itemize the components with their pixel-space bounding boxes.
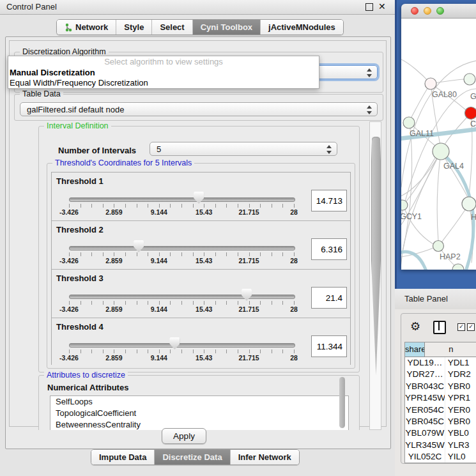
table-data-combobox[interactable]: galFiltered.sif default node	[20, 102, 378, 116]
threshold-row: Threshold 1 -3.4262.8599.14415.4321.7152…	[52, 173, 350, 221]
network-node[interactable]	[462, 197, 476, 211]
slider-thumb[interactable]	[169, 337, 180, 349]
network-node[interactable]	[425, 78, 436, 89]
threshold-row: Threshold 3 -3.4262.8599.14415.4321.7152…	[52, 270, 350, 318]
tab-jactivemnodules[interactable]: jActiveMNodules	[260, 20, 343, 35]
checkbox-checked-icon[interactable]: ✓	[467, 323, 475, 331]
table-row[interactable]: YDL19…YDL1	[405, 357, 476, 369]
table-row[interactable]: YER054CYER0	[405, 404, 476, 416]
table-data-group: Table Data galFiltered.sif default node	[14, 94, 383, 121]
tab-style[interactable]: Style	[116, 20, 151, 35]
num-intervals-combobox[interactable]: 5	[150, 142, 337, 156]
attributes-list-scrollbar[interactable]	[339, 377, 345, 428]
numerical-attributes-list[interactable]: SelfLoopsTopologicalCoefficientBetweenne…	[50, 395, 349, 430]
table-row[interactable]: YDR27…YDR2	[405, 369, 476, 380]
table-cell[interactable]: YPR1	[445, 392, 476, 404]
table-row[interactable]: YBR043CYBR0	[405, 381, 476, 392]
scrollbar-thumb[interactable]	[371, 137, 381, 375]
attribute-list-item[interactable]: SelfLoops	[50, 396, 348, 408]
tab-network-label: Network	[75, 22, 108, 32]
table-cell[interactable]: YBR0	[445, 416, 476, 427]
slider-track[interactable]	[69, 343, 295, 348]
table-row[interactable]: YBL079WYBL0	[405, 427, 476, 439]
threshold-value-field[interactable]: 6.316	[311, 238, 347, 260]
table-cell[interactable]: YDL1	[445, 357, 476, 369]
tick-label: 21.715	[239, 208, 259, 216]
network-edge[interactable]	[403, 158, 435, 205]
slider-ticks	[69, 252, 295, 256]
slider-thumb[interactable]	[134, 240, 144, 252]
close-icon[interactable]: ✕	[378, 1, 386, 12]
network-edge[interactable]	[437, 151, 441, 241]
column-header-shared-name[interactable]: shared…	[405, 342, 425, 357]
gear-icon[interactable]: ⚙	[410, 319, 420, 334]
slider-thumb[interactable]	[194, 192, 204, 204]
combo-arrows-icon	[326, 145, 332, 154]
table-cell[interactable]: YIL0	[445, 451, 476, 463]
threshold-value-field[interactable]: 14.713	[311, 190, 347, 211]
attributes-group: Attributes to discretize Numerical Attri…	[38, 375, 360, 430]
slider-track[interactable]	[69, 246, 295, 250]
tab-discretize-data[interactable]: Discretize Data	[154, 450, 229, 464]
table-cell[interactable]: YBL0	[445, 427, 476, 439]
tick-label: 15.43	[196, 354, 212, 362]
table-cell[interactable]: YIL052C	[405, 451, 445, 463]
network-node-label: GAL11	[410, 129, 434, 138]
tab-network[interactable]: Network	[57, 20, 116, 35]
close-traffic-light-icon[interactable]	[411, 7, 418, 15]
settings-vertical-scrollbar[interactable]	[369, 121, 381, 430]
network-node[interactable]	[433, 143, 449, 160]
table-cell[interactable]: YER0	[445, 404, 476, 416]
network-edge[interactable]	[410, 84, 431, 119]
network-node-label: GA	[470, 92, 476, 101]
network-node[interactable]	[465, 107, 476, 119]
table-cell[interactable]: YBR043C	[405, 381, 445, 392]
table-cell[interactable]: YER054C	[405, 404, 445, 416]
network-node-label: GAL4	[443, 162, 464, 171]
checkbox-checked-icon[interactable]: ✓	[457, 323, 465, 331]
attribute-list-item[interactable]: TopologicalCoefficient	[50, 408, 348, 419]
table-row[interactable]: YPR145WYPR1	[405, 392, 476, 404]
menu-item-manual-discretization[interactable]: Manual Discretization	[8, 68, 319, 78]
tick-label: 2.859	[105, 257, 122, 265]
zoom-traffic-light-icon[interactable]	[436, 7, 444, 15]
table-cell[interactable]: YPR145W	[405, 392, 445, 404]
column-split-icon[interactable]	[433, 321, 446, 334]
threshold-value-field[interactable]: 21.4	[311, 287, 347, 309]
tab-cyni-toolbox[interactable]: Cyni Toolbox	[192, 20, 260, 35]
table-cell[interactable]: YDR2	[445, 369, 476, 380]
table-cell[interactable]: YBR0	[445, 381, 476, 392]
table-cell[interactable]: YDR27…	[405, 369, 445, 380]
slider-thumb[interactable]	[242, 289, 252, 301]
menu-item-equal-width-frequency[interactable]: Equal Width/Frequency Discretization	[8, 78, 319, 88]
threshold-value-field[interactable]: 11.344	[311, 335, 347, 357]
table-cell[interactable]: YLR3	[445, 440, 476, 451]
table-cell[interactable]: YDL19…	[405, 357, 445, 369]
slider-track[interactable]	[69, 197, 295, 202]
apply-button[interactable]: Apply	[162, 428, 206, 444]
minimize-traffic-light-icon[interactable]	[424, 7, 431, 15]
tab-impute-data[interactable]: Impute Data	[91, 450, 154, 464]
column-header-name[interactable]: n	[425, 342, 476, 357]
table-row[interactable]: YBR045CYBR0	[405, 416, 476, 427]
slider-track[interactable]	[69, 295, 295, 299]
tick-label: 15.43	[196, 305, 212, 313]
algorithm-combobox-prompt[interactable]: Select algorithm to view settings	[8, 56, 319, 68]
network-canvas[interactable]: GAL80GACGAL11GAL4GCY1HHAP2	[401, 19, 476, 270]
table-row[interactable]: YLR345WYLR3	[405, 440, 476, 451]
table-cell[interactable]: YBL079W	[405, 427, 445, 439]
discretize-form-panel: Discretization Algorithm Table Data galF…	[9, 40, 387, 427]
network-node[interactable]	[401, 200, 408, 210]
thresholds-group: Threshold's Coordinates for 5 Intervals …	[47, 163, 355, 369]
network-node[interactable]	[464, 73, 475, 85]
tab-select[interactable]: Select	[151, 20, 192, 35]
network-node[interactable]	[403, 117, 415, 128]
network-edge[interactable]	[401, 252, 429, 270]
tick-label: 2.859	[105, 354, 122, 362]
network-node[interactable]	[433, 241, 444, 252]
tab-infer-network[interactable]: Infer Network	[230, 450, 299, 464]
table-row[interactable]: YIL052CYIL0	[405, 451, 476, 463]
table-cell[interactable]: YLR345W	[405, 440, 445, 451]
table-cell[interactable]: YBR045C	[405, 416, 445, 427]
float-window-icon[interactable]	[365, 3, 373, 11]
